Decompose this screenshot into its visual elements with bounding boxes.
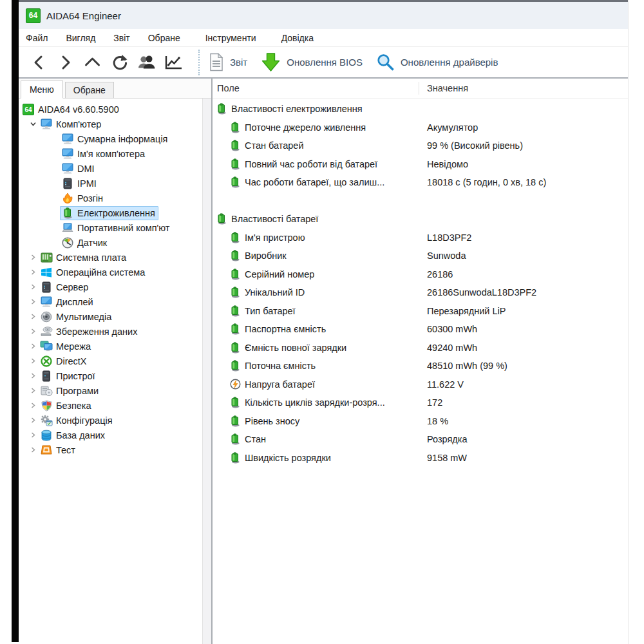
row-discharge-rate[interactable]: Швидкість розрядки9158 mW bbox=[213, 449, 628, 468]
row-device-name[interactable]: Ім'я пристроюL18D3PF2 bbox=[213, 229, 628, 247]
chevron-right-icon[interactable] bbox=[27, 313, 39, 320]
chevron-right-icon[interactable] bbox=[27, 402, 39, 409]
row-state[interactable]: СтанРозрядка bbox=[213, 430, 628, 449]
tree-entry-sensor[interactable]: Датчик bbox=[60, 236, 110, 250]
battery-icon bbox=[230, 415, 241, 427]
tree-label-computer: Комп'ютер bbox=[56, 119, 101, 129]
forward-icon[interactable] bbox=[55, 53, 75, 71]
tree-entry-security[interactable]: Безпека bbox=[39, 399, 95, 413]
tree-entry-data-storage[interactable]: Збереження даних bbox=[39, 325, 140, 338]
row-battery-voltage[interactable]: Напруга батареї11.622 V bbox=[213, 375, 628, 394]
tree-entry-server[interactable]: Сервер bbox=[39, 280, 91, 294]
tab-favorites[interactable]: Обране bbox=[65, 82, 114, 98]
tree-item-directx: DirectX bbox=[19, 354, 202, 368]
row-full-charge-capacity[interactable]: Ємність повної зарядки49240 mWh bbox=[213, 339, 628, 357]
chevron-right-icon[interactable] bbox=[27, 417, 39, 424]
driver-update-button[interactable]: Оновлення драйверів bbox=[376, 53, 498, 71]
tree-label-network: Мережа bbox=[56, 341, 91, 352]
row-battery-status[interactable]: Стан батарей99 % (Високий рівень) bbox=[213, 137, 628, 155]
battery-icon bbox=[230, 287, 241, 298]
tree-entry-portable-computer[interactable]: Портативний комп'ют bbox=[60, 221, 173, 234]
aida64-logo-icon: 64 bbox=[22, 104, 35, 115]
menu-report[interactable]: Звіт bbox=[112, 31, 131, 45]
tree-entry-multimedia[interactable]: Мультимедіа bbox=[39, 310, 115, 324]
users-icon[interactable] bbox=[137, 53, 156, 71]
line-chart-icon[interactable] bbox=[164, 53, 184, 71]
column-header-field[interactable]: Поле bbox=[213, 83, 240, 93]
menu-tools[interactable]: Інструменти bbox=[204, 31, 258, 45]
chevron-right-icon[interactable] bbox=[27, 372, 39, 379]
chevron-right-icon[interactable] bbox=[27, 298, 39, 305]
field-value: Акумулятор bbox=[427, 122, 478, 133]
chevron-right-icon[interactable] bbox=[27, 431, 39, 439]
tree-entry-summary-info[interactable]: Сумарна інформація bbox=[60, 132, 171, 146]
tree-entry-network[interactable]: Мережа bbox=[39, 339, 94, 353]
tree-entry-config[interactable]: Конфігурація bbox=[39, 413, 116, 428]
chevron-right-icon[interactable] bbox=[27, 343, 39, 350]
menu-view[interactable]: Вигляд bbox=[64, 31, 97, 45]
tree-entry-devices[interactable]: Пристрої bbox=[39, 369, 99, 383]
row-wear-level[interactable]: Рівень зносу18 % bbox=[213, 412, 628, 431]
back-icon[interactable] bbox=[28, 53, 48, 71]
navigation-tree: 64AIDA64 v6.60.5900Комп'ютерСумарна інфо… bbox=[19, 99, 202, 644]
row-serial-number[interactable]: Серійний номер26186 bbox=[213, 265, 628, 284]
row-current-capacity[interactable]: Поточна ємність48510 mWh (99 %) bbox=[213, 357, 628, 375]
chevron-right-icon[interactable] bbox=[27, 387, 39, 394]
row-full-battery-runtime[interactable]: Повний час роботи від батареїНевідомо bbox=[213, 155, 628, 174]
server-icon bbox=[40, 281, 53, 293]
sidebar-scrollbar[interactable] bbox=[202, 99, 211, 644]
toolbar-nav-group bbox=[19, 53, 184, 71]
row-battery-type[interactable]: Тип батареїПерезарядний LiP bbox=[213, 302, 628, 321]
tree-label-operating-system: Операційна система bbox=[56, 267, 145, 278]
tree-entry-ipmi[interactable]: IPMI bbox=[60, 176, 100, 191]
chevron-down-icon[interactable] bbox=[27, 120, 39, 128]
tree-entry-directx[interactable]: DirectX bbox=[39, 354, 90, 368]
section-row-battery-properties[interactable]: Властивості батареї bbox=[213, 210, 628, 229]
chevron-right-icon[interactable] bbox=[27, 328, 39, 335]
row-unique-id[interactable]: Унікальний ID26186SunwodaL18D3PF2 bbox=[213, 283, 628, 302]
tree-entry-motherboard[interactable]: Системна плата bbox=[39, 251, 129, 264]
report-button[interactable]: Звіт bbox=[209, 53, 247, 71]
titlebar: 64 AIDA64 Engineer bbox=[19, 2, 628, 29]
section-row-power-properties[interactable]: Властивості електроживлення bbox=[213, 100, 628, 118]
field-label: Повний час роботи від батареї bbox=[245, 159, 377, 169]
menu-help[interactable]: Довідка bbox=[280, 31, 315, 45]
tree-entry-operating-system[interactable]: Операційна система bbox=[39, 266, 148, 279]
chevron-right-icon[interactable] bbox=[27, 357, 39, 365]
row-design-capacity[interactable]: Паспортна ємність60300 mWh bbox=[213, 320, 628, 339]
column-header-value[interactable]: Значення bbox=[427, 83, 468, 93]
menu-favorites[interactable]: Обране bbox=[147, 31, 182, 45]
tree-entry-computer[interactable]: Комп'ютер bbox=[39, 117, 104, 131]
tree-item-data-storage: Збереження даних bbox=[19, 324, 202, 339]
column-divider[interactable] bbox=[419, 82, 419, 95]
chevron-right-icon[interactable] bbox=[27, 446, 39, 453]
up-icon[interactable] bbox=[82, 53, 102, 71]
field-label: Стан bbox=[245, 434, 266, 444]
field-label: Кількість циклів зарядки-розря... bbox=[245, 397, 385, 408]
row-charge-discharge-cycles[interactable]: Кількість циклів зарядки-розря...172 bbox=[213, 393, 628, 412]
field-label: Рівень зносу bbox=[245, 416, 299, 426]
sidebar: МенюОбране 64AIDA64 v6.60.5900Комп'ютерС… bbox=[19, 79, 213, 644]
windows-icon bbox=[40, 267, 53, 278]
tree-entry-benchmark[interactable]: Тест bbox=[39, 443, 79, 457]
row-manufacturer[interactable]: ВиробникSunwoda bbox=[213, 247, 628, 265]
tree-entry-programs[interactable]: Програми bbox=[39, 384, 102, 398]
chevron-right-icon[interactable] bbox=[27, 254, 39, 261]
tab-menu[interactable]: Меню bbox=[21, 80, 63, 99]
tree-entry-dmi[interactable]: DMI bbox=[60, 162, 98, 175]
tree-entry-aida64-root[interactable]: 64AIDA64 v6.60.5900 bbox=[21, 102, 122, 117]
tree-entry-database[interactable]: База даних bbox=[39, 428, 108, 442]
menu-file[interactable]: Файл bbox=[24, 31, 49, 45]
tree-entry-computer-name[interactable]: Ім'я комп'ютера bbox=[60, 147, 148, 160]
chevron-right-icon[interactable] bbox=[27, 269, 39, 276]
tree-entry-display[interactable]: Дисплей bbox=[39, 295, 97, 308]
refresh-icon[interactable] bbox=[109, 53, 129, 71]
tree-label-devices: Пристрої bbox=[56, 371, 95, 381]
tree-entry-overclock[interactable]: Розгін bbox=[60, 191, 106, 205]
chevron-right-icon[interactable] bbox=[27, 283, 39, 290]
row-current-power-source[interactable]: Поточне джерело живленняАкумулятор bbox=[213, 118, 628, 137]
tree-entry-power-management[interactable]: Електроживлення bbox=[60, 206, 158, 220]
bios-update-button[interactable]: Оновлення BIOS bbox=[261, 52, 363, 72]
svg-text:64: 64 bbox=[24, 106, 32, 113]
row-remaining-battery-time[interactable]: Час роботи батареї, що залиш...18018 с (… bbox=[213, 173, 628, 192]
